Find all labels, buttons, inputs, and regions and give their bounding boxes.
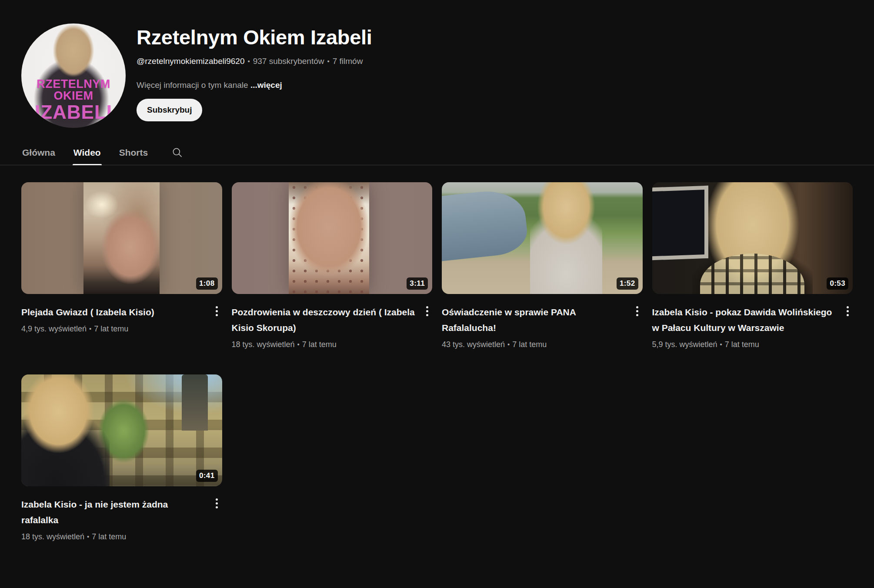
duration-badge: 1:52 [617,277,638,290]
duration-badge: 1:08 [196,277,218,290]
video-card: 0:53 Izabela Kisio - pokaz Dawida Wolińs… [652,182,853,349]
thumbnail-art [530,182,602,294]
kebab-icon [216,306,218,308]
thumbnail-art [83,182,160,294]
video-age: 7 lat temu [94,324,128,333]
channel-avatar[interactable]: RZETELNYM OKIEM IZABELI [21,23,126,128]
tab-home[interactable]: Główna [21,147,56,165]
search-button[interactable] [169,146,186,165]
meta-separator: • [244,57,253,65]
video-card: 3:11 Pozdrowienia w deszczowy dzień ( Iz… [232,182,433,349]
channel-info: Rzetelnym Okiem Izabeli @rzetelnymokiemi… [137,23,372,128]
channel-meta: @rzetelnymokiemizabeli9620•937 subskrybe… [137,57,372,66]
subscriber-count: 937 subskrybentów [253,57,324,66]
video-title[interactable]: Izabela Kisio - ja nie jestem żadna rafa… [21,497,207,528]
thumbnail-art [21,374,110,486]
video-views: 4,9 tys. wyświetleń [21,324,87,333]
video-thumbnail[interactable]: 1:52 [442,182,643,294]
duration-badge: 0:41 [196,470,218,482]
meta-separator: • [505,341,512,348]
channel-header: RZETELNYM OKIEM IZABELI Rzetelnym Okiem … [0,0,874,128]
video-age: 7 lat temu [512,340,547,349]
video-meta: 4,9 tys. wyświetleń•7 lat temu [21,324,222,334]
videos-grid: 1:08 Plejada Gwiazd ( Izabela Kisio) 4,9… [0,182,874,541]
kebab-menu-button[interactable] [208,303,226,320]
kebab-menu-button[interactable] [629,303,646,320]
video-count: 7 filmów [333,57,363,66]
kebab-icon [636,306,638,308]
meta-separator: • [87,325,94,332]
video-title[interactable]: Pozdrowienia w deszczowy dzień ( Izabela… [232,304,417,336]
meta-separator: • [295,341,302,348]
video-age: 7 lat temu [725,340,759,349]
video-meta: 43 tys. wyświetleń•7 lat temu [442,340,643,349]
video-thumbnail[interactable]: 0:53 [652,182,853,294]
meta-separator: • [324,57,332,65]
tab-videos[interactable]: Wideo [73,147,102,165]
kebab-icon [216,498,218,501]
video-title[interactable]: Plejada Gwiazd ( Izabela Kisio) [21,304,207,320]
duration-badge: 3:11 [407,277,428,290]
subscribe-button[interactable]: Subskrybuj [137,99,202,121]
meta-separator: • [717,341,725,348]
meta-separator: • [84,533,92,540]
channel-tabs: Główna Wideo Shorts [0,146,874,165]
video-age: 7 lat temu [92,532,126,541]
video-views: 43 tys. wyświetleń [442,340,505,349]
more-link[interactable]: ...więcej [250,80,282,90]
kebab-icon [847,306,849,308]
video-meta: 5,9 tys. wyświetleń•7 lat temu [652,340,853,349]
channel-handle: @rzetelnymokiemizabeli9620 [137,57,244,66]
video-card: 0:41 Izabela Kisio - ja nie jestem żadna… [21,374,222,541]
thumbnail-art [289,182,369,294]
kebab-menu-button[interactable] [418,303,436,320]
thumbnail-art [182,374,208,431]
video-thumbnail[interactable]: 3:11 [232,182,433,294]
kebab-menu-button[interactable] [839,303,856,320]
video-views: 5,9 tys. wyświetleń [652,340,717,349]
video-card: 1:08 Plejada Gwiazd ( Izabela Kisio) 4,9… [21,182,222,334]
video-title[interactable]: Izabela Kisio - pokaz Dawida Wolińskiego… [652,304,837,336]
avatar-caption-line2: IZABELI [21,103,126,122]
video-thumbnail[interactable]: 1:08 [21,182,222,294]
video-views: 18 tys. wyświetleń [21,532,84,541]
thumbnail-art [442,187,529,262]
video-meta: 18 tys. wyświetleń•7 lat temu [232,340,433,349]
kebab-menu-button[interactable] [208,495,226,512]
avatar-caption: RZETELNYM OKIEM IZABELI [21,78,126,122]
channel-description[interactable]: Więcej informacji o tym kanale ...więcej [137,80,372,90]
channel-title: Rzetelnym Okiem Izabeli [137,25,372,50]
duration-badge: 0:53 [827,277,848,290]
video-views: 18 tys. wyświetleń [232,340,295,349]
tab-shorts[interactable]: Shorts [118,147,149,165]
video-age: 7 lat temu [302,340,337,349]
video-card: 1:52 Oświadczenie w sprawie PANA Rafalal… [442,182,643,349]
video-title[interactable]: Oświadczenie w sprawie PANA Rafalalucha! [442,304,627,336]
video-thumbnail[interactable]: 0:41 [21,374,222,486]
channel-description-text: Więcej informacji o tym kanale [137,80,248,90]
avatar-caption-line1: RZETELNYM OKIEM [21,78,126,102]
video-meta: 18 tys. wyświetleń•7 lat temu [21,532,222,541]
search-icon [171,147,183,158]
kebab-icon [426,306,428,308]
